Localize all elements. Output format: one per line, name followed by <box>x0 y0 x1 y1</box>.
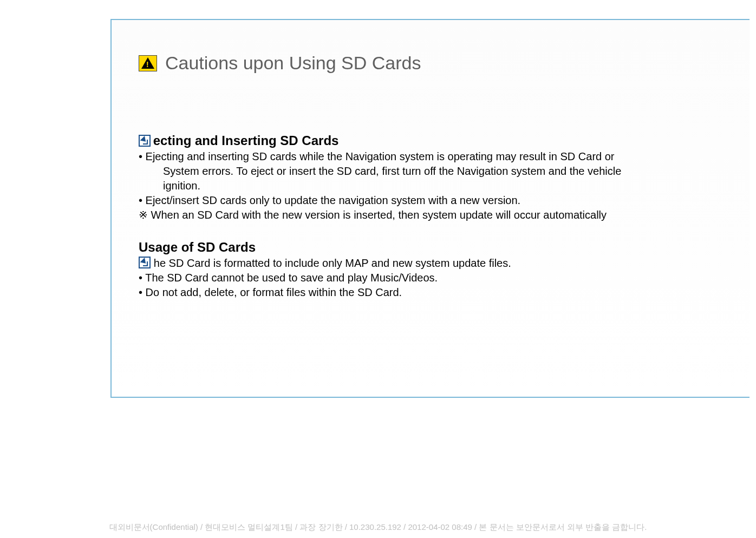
title-text: Cautions upon Using SD Cards <box>165 53 421 73</box>
title-row: Cautions upon Using SD Cards <box>139 53 733 74</box>
arrow-icon <box>139 257 151 268</box>
content-panel: Cautions upon Using SD Cards ecting and … <box>110 19 750 398</box>
bullet-text: • Do not add, delete, or format files wi… <box>139 285 733 300</box>
heading-text: ecting and Inserting SD Cards <box>153 133 339 148</box>
section-body-ejecting: • Ejecting and inserting SD cards while … <box>139 149 733 222</box>
bullet-text: ※ When an SD Card with the new version i… <box>139 208 733 222</box>
section-body-usage: he SD Card is formatted to include only … <box>139 256 733 300</box>
footer-confidential: 대외비문서(Confidential) / 현대모비스 멀티설계1팀 / 과장 … <box>0 522 756 533</box>
bullet-inner: he SD Card is formatted to include only … <box>154 257 511 269</box>
section-heading-ejecting: ecting and Inserting SD Cards <box>139 133 733 148</box>
bullet-text: he SD Card is formatted to include only … <box>139 256 733 271</box>
bullet-text: • The SD Card cannot be used to save and… <box>139 271 733 285</box>
page-title: Cautions upon Using SD Cards <box>165 53 421 74</box>
bullet-text: • Eject/insert SD cards only to update t… <box>139 193 733 208</box>
warning-icon <box>139 55 157 71</box>
section-ejecting: ecting and Inserting SD Cards • Ejecting… <box>139 133 733 222</box>
section-heading-usage: Usage of SD Cards <box>139 240 733 255</box>
section-usage: Usage of SD Cards he SD Card is formatte… <box>139 240 733 300</box>
bullet-text: ignition. <box>139 179 733 193</box>
bullet-text: System errors. To eject or insert the SD… <box>139 164 733 179</box>
bullet-text: • Ejecting and inserting SD cards while … <box>139 149 733 164</box>
